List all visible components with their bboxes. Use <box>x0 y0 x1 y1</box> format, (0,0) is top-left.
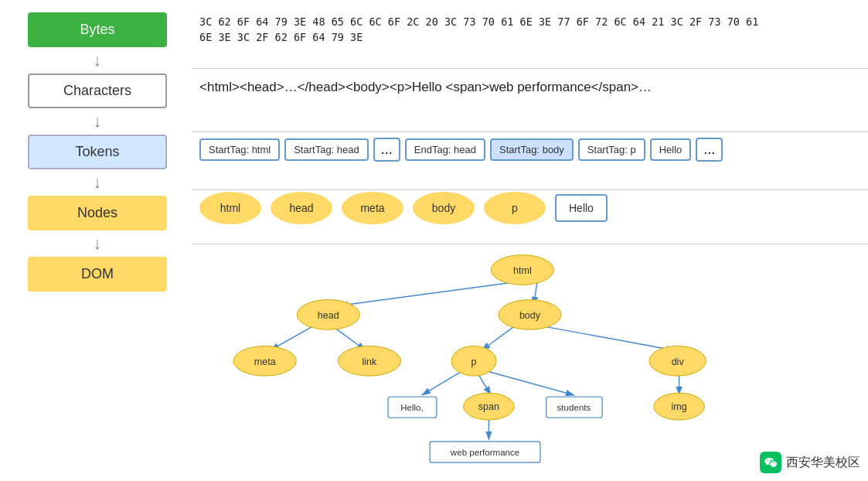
tokens-box: Tokens <box>28 135 167 169</box>
watermark-text: 西安华美校区 <box>786 455 860 471</box>
bytes-text: 3C 62 6F 64 79 3E 48 65 6C 6C 6F 2C 20 3… <box>199 14 860 46</box>
dom-tree: html head body meta link p div Hello, sp… <box>199 247 860 481</box>
tokens-label: Tokens <box>75 144 119 160</box>
nodes-label: Nodes <box>77 205 117 221</box>
dom-node-meta: meta <box>254 356 276 367</box>
bytes-label: Bytes <box>80 22 114 38</box>
node-hello-box: Hello <box>555 194 608 222</box>
chars-label: Characters <box>63 83 131 99</box>
dom-node-p: p <box>471 356 477 367</box>
arrow-bytes-chars: ↓ <box>94 52 102 69</box>
node-meta: meta <box>342 192 403 224</box>
wechat-icon <box>760 452 781 473</box>
token-dots-2: ... <box>696 138 723 162</box>
divider-3 <box>192 189 868 190</box>
chars-box: Characters <box>28 73 167 108</box>
bytes-line2: 6E 3E 3C 2F 62 6F 64 79 3E <box>199 31 363 43</box>
dom-node-head: head <box>318 310 339 321</box>
nodes-box: Nodes <box>28 196 167 230</box>
dom-node-students: students <box>557 403 591 412</box>
dom-node-html: html <box>513 265 532 276</box>
divider-4 <box>192 244 868 244</box>
dom-node-link: link <box>362 356 377 367</box>
dom-node-web-perf: web performance <box>450 448 519 457</box>
dom-node-img: img <box>671 401 686 412</box>
dom-box: DOM <box>28 257 167 292</box>
arrow-nodes-dom: ↓ <box>94 235 102 252</box>
dom-node-hello-comma: Hello, <box>400 403 424 412</box>
tokens-row: StartTag: html StartTag: head ... EndTag… <box>199 138 860 162</box>
svg-line-6 <box>541 326 676 350</box>
bytes-line1: 3C 62 6F 64 79 3E 48 65 6C 6C 6F 2C 20 3… <box>199 15 758 28</box>
token-dots-1: ... <box>373 138 400 162</box>
token-endtag-head: EndTag: head <box>405 138 485 161</box>
chars-content: <html><head>…</head><body><p>Hello <span… <box>199 80 652 94</box>
svg-line-5 <box>482 326 515 350</box>
svg-line-7 <box>422 370 463 395</box>
dom-tree-svg: html head body meta link p div Hello, sp… <box>199 247 860 464</box>
dom-node-body: body <box>519 310 541 321</box>
token-starttag-html: StartTag: html <box>199 138 280 161</box>
svg-line-1 <box>339 281 523 305</box>
token-starttag-p: StartTag: p <box>578 138 645 161</box>
dom-label: DOM <box>81 266 114 282</box>
node-p: p <box>484 192 546 224</box>
node-html: html <box>199 192 261 224</box>
watermark: 西安华美校区 <box>760 452 860 473</box>
arrow-chars-tokens: ↓ <box>94 113 102 130</box>
divider-1 <box>192 68 868 69</box>
pipeline-column: Bytes ↓ Characters ↓ Tokens ↓ Nodes ↓ DO… <box>5 8 190 296</box>
token-starttag-body: StartTag: body <box>490 138 574 161</box>
dom-node-span: span <box>478 401 499 412</box>
token-hello: Hello <box>650 138 692 161</box>
nodes-row: html head meta body p Hello <box>199 192 860 224</box>
node-head: head <box>271 192 332 224</box>
node-body: body <box>413 192 475 224</box>
dom-node-div: div <box>672 356 685 367</box>
svg-line-9 <box>485 370 575 395</box>
token-starttag-head: StartTag: head <box>284 138 369 161</box>
chars-text: <html><head>…</head><body><p>Hello <span… <box>199 80 860 95</box>
arrow-tokens-nodes: ↓ <box>94 174 102 191</box>
bytes-box: Bytes <box>28 12 167 47</box>
divider-2 <box>192 131 868 132</box>
